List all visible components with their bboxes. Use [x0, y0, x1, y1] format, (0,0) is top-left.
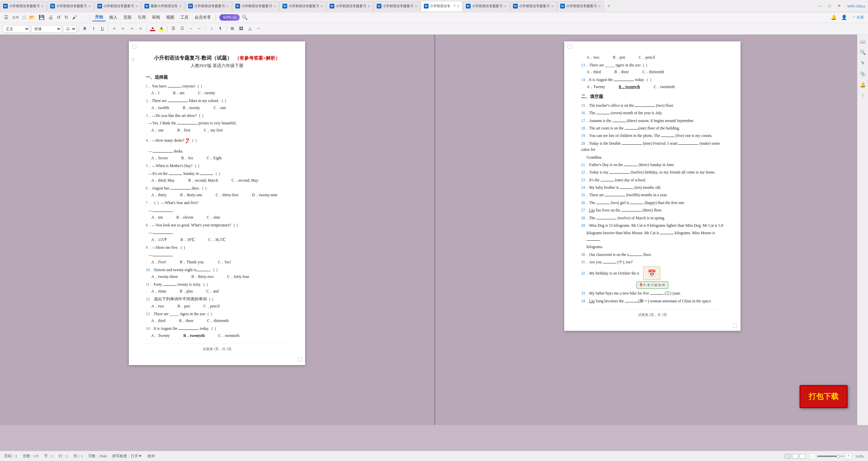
vip-tab-btn[interactable]: 会员专享	[192, 14, 214, 21]
redo-icon[interactable]: ↻	[63, 14, 70, 21]
fill-q27: 27．Liu Tao lives on the (three) floor.	[581, 207, 724, 213]
tab-12-close[interactable]: ✕	[550, 4, 554, 8]
tab-6[interactable]: W 小升初语法专题复习 ✕	[232, 1, 279, 11]
tab-3[interactable]: W 小升初语法专题复习 ✕	[94, 1, 141, 11]
home-tab-btn[interactable]: 开始	[92, 14, 106, 21]
underline-button[interactable]: U	[99, 25, 106, 33]
tab-2-close[interactable]: ✕	[87, 4, 91, 8]
paragraph-button[interactable]: ¶	[217, 25, 224, 33]
fq16-blank	[596, 114, 610, 114]
tab-9-close[interactable]: ✕	[413, 4, 417, 8]
align-center-button[interactable]: ≡	[119, 25, 127, 33]
search-button[interactable]: 🔍	[240, 14, 249, 21]
wps-ai-button[interactable]: WPS AI	[219, 14, 240, 21]
bullet-button[interactable]: ☰	[170, 25, 177, 33]
align-right-button[interactable]: ≡	[128, 25, 136, 33]
view-mode-1[interactable]	[785, 454, 791, 459]
file-menu-icon[interactable]: 文件	[11, 15, 20, 21]
zoom-out-button[interactable]: −	[810, 453, 816, 459]
picture-button[interactable]: 🖼	[237, 25, 245, 33]
drag-handle[interactable]: ⠿	[132, 58, 135, 63]
q11-num: 11．	[146, 282, 154, 286]
bell-icon[interactable]: 🔔	[829, 14, 838, 21]
tab-12[interactable]: W 小升初语法专题复习 ✕	[510, 1, 557, 11]
share-icon[interactable]: ↗ 分享	[850, 14, 865, 21]
tab-10[interactable]: W 小升初语法专 * ✕	[421, 1, 462, 11]
new-icon[interactable]: □	[21, 14, 27, 21]
status-proofread[interactable]: 校对	[147, 454, 155, 459]
page-tab-btn[interactable]: 页面	[121, 14, 134, 21]
sidebar-more-icon[interactable]: ⋮	[859, 92, 867, 100]
q14-blank	[178, 329, 199, 330]
maximize-button[interactable]: □	[826, 2, 834, 10]
tab-8[interactable]: W 小升初语法专题复习 ✕	[327, 1, 373, 11]
indent-increase-button[interactable]: →	[187, 25, 195, 33]
tab-9[interactable]: W 小升初语法专题复习 ✕	[374, 1, 420, 11]
s-watermark: S 中·考·习·题·资·料	[636, 281, 668, 289]
numbering-button[interactable]: ☷	[178, 25, 186, 33]
tab-5-close[interactable]: ✕	[225, 4, 229, 8]
references-tab-btn[interactable]: 引用	[135, 14, 149, 21]
tab-1-close[interactable]: ✕	[40, 4, 44, 8]
tab-11-close[interactable]: ✕	[502, 4, 507, 8]
tab-6-close[interactable]: ✕	[272, 4, 276, 8]
table-button[interactable]: ⊞	[229, 25, 236, 33]
tools-tab-btn[interactable]: 工具	[178, 14, 191, 21]
font-color-button[interactable]: A	[149, 25, 156, 33]
view-mode-3[interactable]	[800, 454, 806, 459]
align-left-button[interactable]: ≡	[111, 25, 118, 33]
live-share-button[interactable]: WPS Office	[847, 4, 865, 8]
tab-8-close[interactable]: ✕	[366, 4, 370, 8]
zoom-slider[interactable]	[817, 456, 844, 457]
tab-11[interactable]: W 小升初语法专题复习 ✕	[463, 1, 510, 11]
tab-10-close[interactable]: ✕	[455, 4, 459, 8]
sidebar-bookmark-icon[interactable]: 📖	[859, 37, 867, 45]
justify-button[interactable]: ≡	[137, 25, 144, 33]
tab-4[interactable]: W 最新小升初语法专 ✕	[141, 1, 185, 11]
review-tab-btn[interactable]: 审阅	[149, 14, 163, 21]
close-window-button[interactable]: ✕	[835, 2, 843, 10]
view-mode-2[interactable]	[792, 454, 798, 459]
right-page-panel[interactable]: A．two B．pen C．pencil 13．There are _____ …	[435, 35, 868, 425]
menu-toggle-icon[interactable]: ☰	[3, 14, 10, 21]
sidebar-notification-icon[interactable]: 🔔	[859, 81, 867, 89]
download-badge[interactable]: 打包下载	[800, 385, 848, 408]
sidebar-search-icon[interactable]: 🔍	[859, 48, 867, 56]
italic-button[interactable]: I	[90, 25, 97, 33]
save-icon[interactable]: 💾	[37, 14, 46, 21]
shape-button[interactable]: △	[246, 25, 254, 33]
font-size-select[interactable]: 12	[63, 25, 77, 33]
sidebar-attachment-icon[interactable]: 📎	[859, 70, 867, 78]
font-select[interactable]: 宋体	[31, 25, 62, 33]
line-spacing-button[interactable]: ↕	[208, 25, 215, 33]
tab-5[interactable]: W 小升初语法专题复习 ✕	[185, 1, 232, 11]
tab-1[interactable]: W 小升初语法专题复习 ✕	[0, 1, 47, 11]
status-spelling[interactable]: 拼写检查：打开▼	[112, 454, 142, 459]
highlight-button[interactable]: A	[158, 25, 165, 33]
tab-3-close[interactable]: ✕	[134, 4, 138, 8]
tab-13[interactable]: W 小升初语法专题复习 ✕	[557, 1, 604, 11]
undo-icon[interactable]: ↺	[55, 14, 62, 21]
q13-opt-c: C．thirteenth	[207, 318, 229, 323]
tab-13-close[interactable]: ✕	[597, 4, 601, 8]
tab-2[interactable]: W 小升初语法专题复习 ✕	[47, 1, 94, 11]
left-page-panel[interactable]: ⠿ 小升初语法专题复习-数词（试题） （有参考答案+解析） 人教PEP版 英语六…	[0, 35, 434, 425]
style-select[interactable]: 正文	[3, 25, 30, 33]
view-tab-btn[interactable]: 视图	[163, 14, 177, 21]
sidebar-edit-icon[interactable]: ✎	[859, 59, 867, 67]
minimize-button[interactable]: —	[816, 2, 824, 10]
new-tab-button[interactable]: +	[604, 1, 614, 11]
zoom-in-button[interactable]: +	[846, 453, 852, 459]
account-icon[interactable]: 👤	[840, 14, 848, 21]
indent-decrease-button[interactable]: ←	[196, 25, 203, 33]
format-painter-icon[interactable]: 🖌	[71, 14, 78, 21]
open-icon[interactable]: 📂	[28, 14, 36, 21]
insert-tab-btn[interactable]: 插入	[106, 14, 120, 21]
tab-4-close[interactable]: ✕	[178, 4, 182, 8]
print-icon[interactable]: 🖨	[47, 14, 54, 21]
fq17-num: 17．	[581, 119, 589, 123]
tab-7-close[interactable]: ✕	[319, 4, 323, 8]
more-button[interactable]: ⋯	[255, 25, 262, 33]
bold-button[interactable]: B	[81, 25, 88, 33]
tab-7[interactable]: W 小升初语法专题复习 ✕	[279, 1, 326, 11]
